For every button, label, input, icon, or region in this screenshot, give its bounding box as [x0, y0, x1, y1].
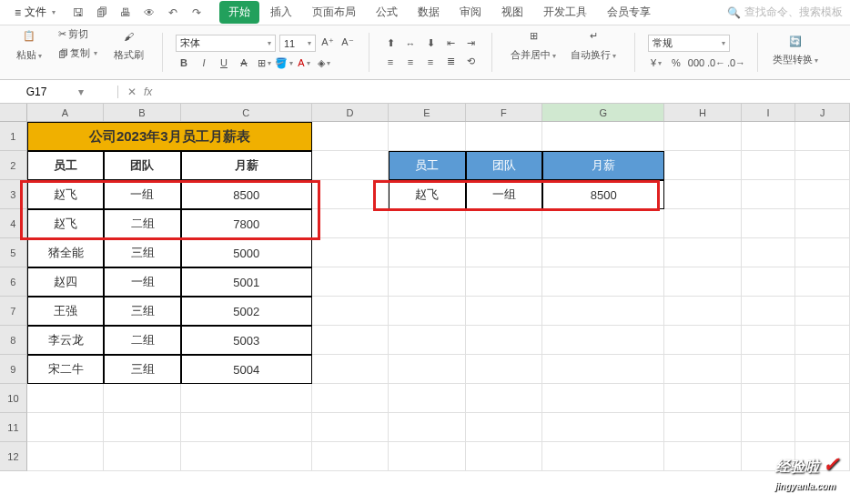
cell[interactable]	[664, 238, 741, 267]
save-as-icon[interactable]: 🗐	[94, 5, 110, 21]
row-header[interactable]: 2	[0, 151, 27, 180]
cell[interactable]	[742, 238, 796, 267]
redo-icon[interactable]: ↷	[188, 5, 205, 21]
col-header[interactable]: D	[312, 104, 389, 121]
orientation-icon[interactable]: ⟲	[462, 55, 479, 69]
header-cell[interactable]: 团队	[104, 151, 180, 180]
col-header[interactable]: A	[27, 104, 104, 121]
inc-decimal-icon[interactable]: .0←	[708, 55, 724, 70]
data-cell[interactable]: 三组	[104, 238, 180, 267]
cell[interactable]	[27, 384, 104, 413]
row-header[interactable]: 8	[0, 326, 27, 355]
cell[interactable]	[742, 297, 796, 326]
align-center-icon[interactable]: ≡	[402, 55, 419, 69]
cell[interactable]	[466, 384, 542, 413]
col-header[interactable]: J	[795, 104, 850, 121]
cut-button[interactable]: ✂剪切	[55, 26, 101, 42]
cell[interactable]	[542, 326, 664, 355]
cell[interactable]	[104, 413, 180, 442]
cell[interactable]	[542, 238, 664, 267]
row-header[interactable]: 9	[0, 355, 27, 384]
print-icon[interactable]: 🖶	[117, 5, 134, 21]
cell[interactable]	[466, 413, 542, 442]
cell[interactable]	[466, 209, 542, 238]
cell[interactable]	[389, 326, 465, 355]
cell[interactable]	[542, 355, 664, 384]
chevron-down-icon[interactable]: ▾	[73, 86, 89, 98]
lookup-cell[interactable]: 8500	[542, 180, 664, 209]
data-cell[interactable]: 赵飞	[27, 209, 104, 238]
tab-vip[interactable]: 会员专享	[598, 1, 660, 24]
data-cell[interactable]: 8500	[181, 180, 312, 209]
row-header[interactable]: 4	[0, 209, 27, 238]
header-cell[interactable]: 月薪	[181, 151, 312, 180]
data-cell[interactable]: 赵飞	[27, 180, 104, 209]
data-cell[interactable]: 一组	[104, 267, 180, 297]
cell[interactable]	[542, 267, 664, 297]
cell[interactable]	[795, 413, 850, 442]
cell[interactable]	[542, 413, 664, 442]
cell[interactable]	[389, 297, 465, 326]
name-box[interactable]: ▾	[0, 86, 118, 98]
align-top-icon[interactable]: ⬆	[382, 36, 399, 51]
lookup-cell[interactable]: 赵飞	[389, 180, 465, 209]
cell[interactable]	[664, 122, 741, 151]
row-header[interactable]: 12	[0, 442, 27, 471]
data-cell[interactable]: 三组	[104, 297, 180, 326]
lookup-header-cell[interactable]: 月薪	[542, 151, 664, 180]
row-header[interactable]: 10	[0, 384, 27, 413]
cell[interactable]	[795, 297, 850, 326]
tab-dev[interactable]: 开发工具	[534, 1, 596, 24]
data-cell[interactable]: 一组	[104, 180, 180, 209]
data-cell[interactable]: 5003	[181, 326, 312, 355]
font-name-select[interactable]: 宋体▾	[176, 35, 276, 52]
data-cell[interactable]: 5002	[181, 297, 312, 326]
cell[interactable]	[742, 413, 796, 442]
cell[interactable]	[664, 297, 741, 326]
strike-button[interactable]: A	[236, 55, 252, 70]
cell[interactable]	[389, 267, 465, 297]
tab-layout[interactable]: 页面布局	[303, 1, 365, 24]
cell[interactable]	[664, 209, 741, 238]
cell[interactable]	[664, 355, 741, 384]
cell[interactable]	[466, 326, 542, 355]
cell[interactable]	[466, 297, 542, 326]
merge-button[interactable]: ⊞ 合并居中▾	[505, 25, 562, 64]
data-cell[interactable]: 二组	[104, 209, 180, 238]
align-left-icon[interactable]: ≡	[382, 55, 399, 69]
align-middle-icon[interactable]: ↔	[402, 36, 419, 51]
col-header[interactable]: B	[104, 104, 180, 121]
cell[interactable]	[312, 209, 389, 238]
data-cell[interactable]: 猪全能	[27, 238, 104, 267]
lookup-cell[interactable]: 一组	[466, 180, 542, 209]
cell[interactable]	[742, 384, 796, 413]
cell[interactable]	[795, 122, 850, 151]
underline-button[interactable]: U	[216, 55, 232, 70]
comma-icon[interactable]: 000	[688, 55, 704, 70]
cell[interactable]	[312, 180, 389, 209]
cell[interactable]	[389, 355, 465, 384]
row-header[interactable]: 11	[0, 413, 27, 442]
increase-font-icon[interactable]: A⁺	[319, 35, 336, 49]
tab-view[interactable]: 视图	[492, 1, 532, 24]
cell[interactable]	[312, 122, 389, 151]
cell[interactable]	[542, 442, 664, 471]
fx-icon[interactable]: fx	[144, 86, 152, 98]
cell[interactable]	[312, 297, 389, 326]
cell[interactable]	[466, 238, 542, 267]
cell[interactable]	[795, 326, 850, 355]
cell[interactable]	[795, 267, 850, 297]
bold-button[interactable]: B	[176, 55, 192, 70]
cell[interactable]	[664, 180, 741, 209]
wrap-button[interactable]: ↵ 自动换行▾	[565, 25, 622, 64]
cell[interactable]	[312, 384, 389, 413]
cell[interactable]	[542, 122, 664, 151]
data-cell[interactable]: 7800	[181, 209, 312, 238]
cell[interactable]	[389, 238, 465, 267]
fill-color-button[interactable]: 🪣▾	[276, 55, 292, 70]
cell[interactable]	[181, 442, 312, 471]
cell[interactable]	[795, 180, 850, 209]
cell[interactable]	[542, 297, 664, 326]
row-header[interactable]: 1	[0, 122, 27, 151]
cell[interactable]	[104, 384, 180, 413]
